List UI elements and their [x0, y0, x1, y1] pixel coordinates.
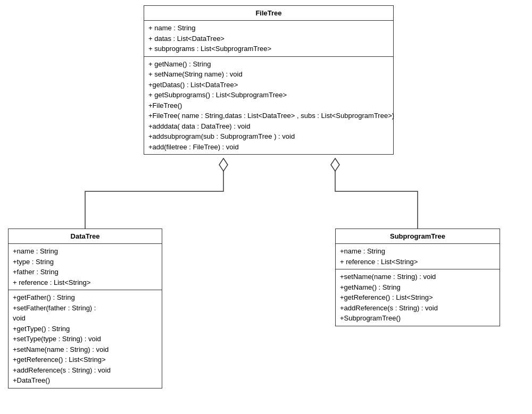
filetree-method-2: + setName(String name) : void: [148, 69, 389, 80]
connector-right-line: [335, 166, 418, 229]
subprogramtree-attributes: +name : String + reference : List<String…: [336, 244, 500, 269]
datatree-method-4: +getType() : String: [13, 324, 157, 334]
datatree-class: DataTree +name : String +type : String +…: [8, 229, 162, 388]
datatree-method-6: +setName(name : String) : void: [13, 344, 157, 355]
diamond-left: [219, 158, 228, 171]
subprogramtree-attr-1: +name : String: [340, 246, 495, 257]
filetree-attr-2: + datas : List<DataTree>: [148, 33, 389, 44]
diamond-right: [331, 158, 339, 171]
datatree-method-3: void: [13, 313, 157, 324]
datatree-method-2: +setFather(father : String) :: [13, 303, 157, 314]
subprogramtree-method-5: +SubprogramTree(): [340, 313, 495, 324]
datatree-method-1: +getFather() : String: [13, 292, 157, 303]
datatree-methods: +getFather() : String +setFather(father …: [9, 290, 162, 388]
diagram-container: FileTree + name : String + datas : List<…: [0, 0, 532, 414]
subprogramtree-method-4: +addReference(s : String) : void: [340, 303, 495, 314]
filetree-attributes: + name : String + datas : List<DataTree>…: [144, 21, 393, 57]
filetree-method-6: +FileTree( name : String,datas : List<Da…: [148, 111, 389, 121]
subprogramtree-class: SubprogramTree +name : String + referenc…: [335, 229, 500, 326]
filetree-method-3: +getDatas() : List<DataTree>: [148, 80, 389, 90]
subprogramtree-method-2: +getName() : String: [340, 282, 495, 293]
datatree-attr-2: +type : String: [13, 257, 157, 267]
filetree-class: FileTree + name : String + datas : List<…: [144, 5, 394, 155]
subprogramtree-method-1: +setName(name : String) : void: [340, 272, 495, 282]
filetree-attr-1: + name : String: [148, 23, 389, 33]
datatree-method-9: +DataTree(): [13, 375, 157, 386]
datatree-attr-1: +name : String: [13, 246, 157, 257]
filetree-method-7: +adddata( data : DataTree) : void: [148, 121, 389, 132]
datatree-method-8: +addReference(s : String) : void: [13, 365, 157, 376]
filetree-title: FileTree: [144, 6, 393, 21]
datatree-attributes: +name : String +type : String +father : …: [9, 244, 162, 290]
datatree-method-5: +setType(type : String) : void: [13, 334, 157, 344]
filetree-method-4: + getSubprograms() : List<SubprogramTree…: [148, 90, 389, 100]
subprogramtree-methods: +setName(name : String) : void +getName(…: [336, 269, 500, 326]
filetree-methods: + getName() : String + setName(String na…: [144, 57, 393, 155]
filetree-method-8: +addsubprogram(sub : SubprogramTree ) : …: [148, 131, 389, 142]
filetree-attr-3: + subprograms : List<SubprogramTree>: [148, 44, 389, 54]
filetree-method-1: + getName() : String: [148, 59, 389, 70]
datatree-method-7: +getReference() : List<String>: [13, 354, 157, 365]
subprogramtree-attr-2: + reference : List<String>: [340, 257, 495, 267]
subprogramtree-title: SubprogramTree: [336, 229, 500, 244]
datatree-title: DataTree: [9, 229, 162, 244]
subprogramtree-method-3: +getReference() : List<String>: [340, 292, 495, 303]
datatree-attr-3: +father : String: [13, 267, 157, 277]
filetree-method-5: +FileTree(): [148, 100, 389, 111]
connector-left-line: [85, 166, 223, 229]
filetree-method-9: +add(filetree : FileTree) : void: [148, 142, 389, 153]
datatree-attr-4: + reference : List<String>: [13, 277, 157, 288]
